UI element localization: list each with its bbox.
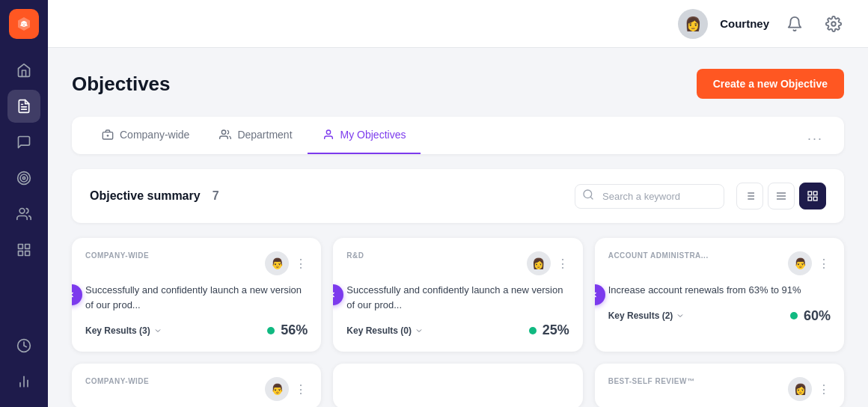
summary-title: Objective summary <box>90 189 201 203</box>
sidebar-item-objectives[interactable] <box>7 90 40 123</box>
page-content: Objectives Create a new Objective Compan… <box>48 48 868 407</box>
card-avatar-3: 👨 <box>788 251 812 275</box>
svg-point-20 <box>326 130 330 134</box>
card-avatar-6: 👩 <box>788 377 812 401</box>
objective-card-4: COMPANY-WIDE 👨 ⋮ <box>72 364 321 407</box>
create-objective-button[interactable]: Create a new Objective <box>697 69 844 99</box>
objective-card-3: ACCOUNT ADMINISTRA... 👨 ⋮ Increase accou… <box>595 238 844 352</box>
svg-rect-8 <box>25 245 30 249</box>
tab-more-button[interactable]: ... <box>801 122 829 150</box>
settings-gear[interactable] <box>820 10 847 37</box>
key-results-3[interactable]: Key Results (2) <box>608 310 685 321</box>
svg-line-22 <box>590 197 593 199</box>
username-label: Courtney <box>720 17 769 30</box>
card-header-6: BEST-SELF REVIEW™ 👩 ⋮ <box>608 377 831 401</box>
card-category-4: COMPANY-WIDE <box>85 377 149 385</box>
tab-bar: Company-wide Department My Objectives ..… <box>72 117 844 154</box>
card-footer-2: Key Results (0) 25% <box>346 322 569 338</box>
svg-point-15 <box>831 22 836 26</box>
objective-card-2: R&D 👩 ⋮ Successfully and confidently lau… <box>333 238 582 352</box>
objective-card-6: BEST-SELF REVIEW™ 👩 ⋮ <box>595 364 844 407</box>
card-more-2[interactable]: ⋮ <box>557 257 569 271</box>
card-category-1: COMPANY-WIDE <box>85 251 149 260</box>
card-title-2: Successfully and confidently launch a ne… <box>346 283 569 312</box>
svg-point-19 <box>222 130 226 134</box>
card-header-2: R&D 👩 ⋮ <box>346 251 569 275</box>
sidebar-item-goals[interactable] <box>7 162 40 195</box>
card-expand-btn-3[interactable] <box>595 284 605 305</box>
page-title: Objectives <box>72 73 171 96</box>
sidebar-item-timer[interactable] <box>7 329 40 362</box>
card-header-3: ACCOUNT ADMINISTRA... 👨 ⋮ <box>608 251 831 275</box>
card-expand-btn-2[interactable] <box>333 284 343 305</box>
card-progress-2: 25% <box>529 322 569 338</box>
header: 👩 Courtney <box>48 0 868 48</box>
objective-card-5 <box>333 364 582 407</box>
card-category-2: R&D <box>346 251 364 260</box>
card-more-1[interactable]: ⋮ <box>295 257 308 271</box>
card-category-3: ACCOUNT ADMINISTRA... <box>608 251 709 260</box>
card-progress-3: 60% <box>790 308 831 324</box>
tab-department[interactable]: Department <box>204 117 307 154</box>
key-results-1[interactable]: Key Results (3) <box>85 325 162 336</box>
summary-count: 7 <box>213 189 219 203</box>
svg-rect-35 <box>813 197 817 201</box>
card-more-3[interactable]: ⋮ <box>818 257 831 271</box>
objective-cards-grid: COMPANY-WIDE 👨 ⋮ Successfully and confid… <box>72 238 844 352</box>
card-progress-1: 56% <box>267 322 308 338</box>
tab-company-wide[interactable]: Company-wide <box>87 117 204 154</box>
card-category-6: BEST-SELF REVIEW™ <box>608 377 695 385</box>
card-more-4[interactable]: ⋮ <box>295 382 308 397</box>
card-footer-3: Key Results (2) 60% <box>608 308 831 324</box>
card-header-right-1: 👨 ⋮ <box>265 251 308 275</box>
main-content: 👩 Courtney Objectives Create a new Objec… <box>48 0 868 407</box>
avatar[interactable]: 👩 <box>678 9 708 39</box>
tab-department-label: Department <box>237 129 292 141</box>
card-header-right-2: 👩 ⋮ <box>527 251 569 275</box>
card-expand-btn-1[interactable] <box>72 284 82 305</box>
view-buttons <box>736 183 826 209</box>
card-title-3: Increase account renewals from 63% to 91… <box>608 283 831 298</box>
sidebar-item-home[interactable] <box>7 54 40 87</box>
sidebar-item-reports[interactable] <box>7 233 40 266</box>
page-header-row: Objectives Create a new Objective <box>72 69 844 99</box>
card-avatar-2: 👩 <box>527 251 551 275</box>
card-avatar-4: 👨 <box>265 377 289 401</box>
key-results-2[interactable]: Key Results (0) <box>346 325 424 336</box>
card-header-right-6: 👩 ⋮ <box>788 377 831 401</box>
svg-rect-10 <box>19 251 23 256</box>
search-wrap <box>575 184 724 209</box>
search-icon <box>582 189 594 204</box>
card-header-right-4: 👨 ⋮ <box>265 377 308 401</box>
grid-view-button[interactable] <box>799 183 826 209</box>
app-logo[interactable] <box>9 9 39 39</box>
sidebar-item-chat[interactable] <box>7 126 40 159</box>
notification-bell[interactable] <box>781 10 808 37</box>
svg-point-6 <box>19 209 25 214</box>
sidebar <box>0 0 48 407</box>
svg-rect-7 <box>19 245 23 249</box>
progress-dot-2 <box>529 327 537 334</box>
progress-dot-1 <box>267 327 275 334</box>
svg-point-4 <box>20 174 28 182</box>
card-header-right-3: 👨 ⋮ <box>788 251 831 275</box>
sidebar-item-people[interactable] <box>7 198 40 230</box>
sidebar-item-analytics[interactable] <box>7 365 40 398</box>
tab-my-objectives-label: My Objectives <box>340 129 406 141</box>
tab-company-wide-label: Company-wide <box>120 129 189 141</box>
compact-view-button[interactable] <box>768 183 795 209</box>
card-avatar-1: 👨 <box>265 251 289 275</box>
card-footer-1: Key Results (3) 56% <box>85 322 308 338</box>
summary-bar: Objective summary 7 <box>72 169 844 223</box>
card-more-6[interactable]: ⋮ <box>818 382 831 397</box>
search-input[interactable] <box>575 184 724 209</box>
card-header-1: COMPANY-WIDE 👨 ⋮ <box>85 251 308 275</box>
svg-rect-9 <box>25 251 30 256</box>
list-view-button[interactable] <box>736 183 763 209</box>
svg-rect-33 <box>813 192 817 195</box>
card-title-1: Successfully and confidently launch a ne… <box>85 283 308 312</box>
tab-my-objectives[interactable]: My Objectives <box>308 117 421 154</box>
objective-cards-row2: COMPANY-WIDE 👨 ⋮ BEST-SELF REVIEW™ 👩 ⋮ <box>72 364 844 407</box>
svg-rect-32 <box>808 192 812 195</box>
card-header-4: COMPANY-WIDE 👨 ⋮ <box>85 377 308 401</box>
